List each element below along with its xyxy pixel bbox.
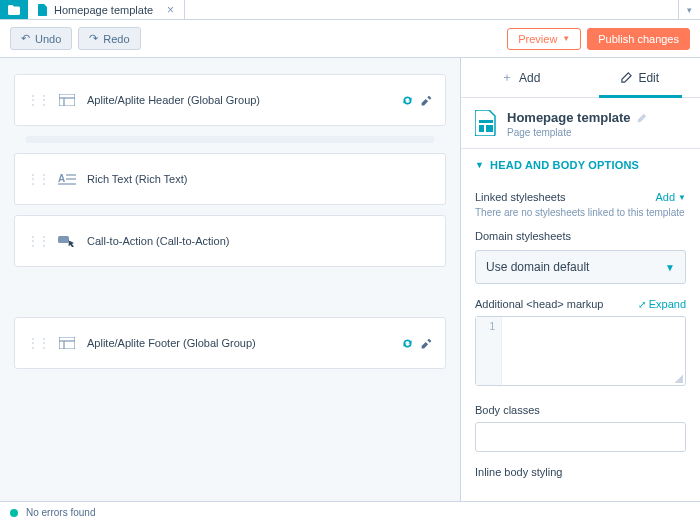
status-dot-icon bbox=[10, 509, 18, 517]
tab-overflow-dropdown[interactable]: ▾ bbox=[678, 0, 700, 19]
code-gutter: 1 bbox=[476, 317, 502, 385]
status-bar: No errors found bbox=[0, 501, 700, 523]
domain-stylesheet-select[interactable]: Use domain default ▼ bbox=[475, 250, 686, 284]
tools-icon[interactable] bbox=[420, 337, 433, 350]
svg-rect-7 bbox=[58, 236, 69, 243]
svg-text:A: A bbox=[58, 173, 65, 184]
additional-head-editor[interactable]: 1 bbox=[475, 316, 686, 386]
module-label: Aplite/Aplite Header (Global Group) bbox=[87, 94, 401, 106]
module-label: Rich Text (Rich Text) bbox=[87, 173, 433, 185]
drag-handle-icon[interactable]: ⋮⋮ bbox=[27, 93, 49, 107]
module-row[interactable]: ⋮⋮ Aplite/Aplite Footer (Global Group) bbox=[14, 317, 446, 369]
linked-stylesheets-help: There are no stylesheets linked to this … bbox=[475, 207, 686, 218]
close-icon[interactable]: × bbox=[167, 3, 174, 17]
body-classes-label: Body classes bbox=[475, 404, 540, 416]
template-file-icon bbox=[475, 110, 497, 136]
plus-icon: ＋ bbox=[501, 69, 513, 86]
svg-rect-12 bbox=[479, 125, 484, 132]
caret-down-icon: ▼ bbox=[678, 193, 686, 202]
file-icon bbox=[38, 4, 48, 16]
file-tab-label: Homepage template bbox=[54, 4, 153, 16]
drag-handle-icon[interactable]: ⋮⋮ bbox=[27, 172, 49, 186]
inspector-panel: ＋ Add Edit Homepage template bbox=[460, 58, 700, 501]
caret-down-icon: ▼ bbox=[562, 34, 570, 43]
undo-icon: ↶ bbox=[21, 32, 30, 45]
tab-add[interactable]: ＋ Add bbox=[461, 58, 581, 97]
sync-icon[interactable] bbox=[401, 94, 414, 107]
linked-stylesheets-label: Linked stylesheets bbox=[475, 191, 566, 203]
module-label: Aplite/Aplite Footer (Global Group) bbox=[87, 337, 401, 349]
drop-zone[interactable] bbox=[26, 136, 434, 143]
layout-icon bbox=[57, 335, 77, 351]
template-title: Homepage template bbox=[507, 110, 631, 125]
folder-tab[interactable] bbox=[0, 0, 28, 19]
add-stylesheet-action[interactable]: Add ▼ bbox=[656, 191, 687, 203]
expand-icon: ⤢ bbox=[638, 299, 646, 310]
publish-button[interactable]: Publish changes bbox=[587, 28, 690, 50]
undo-button[interactable]: ↶ Undo bbox=[10, 27, 72, 50]
additional-head-label: Additional <head> markup bbox=[475, 298, 603, 310]
richtext-icon: A bbox=[57, 171, 77, 187]
tools-icon[interactable] bbox=[420, 94, 433, 107]
redo-icon: ↷ bbox=[89, 32, 98, 45]
caret-down-icon: ▼ bbox=[665, 262, 675, 273]
drag-handle-icon[interactable]: ⋮⋮ bbox=[27, 234, 49, 248]
redo-button[interactable]: ↷ Redo bbox=[78, 27, 140, 50]
status-text: No errors found bbox=[26, 507, 95, 518]
template-subtitle: Page template bbox=[507, 127, 686, 138]
folder-icon bbox=[8, 5, 20, 15]
layout-icon bbox=[57, 92, 77, 108]
module-row[interactable]: ⋮⋮ A Rich Text (Rich Text) bbox=[14, 153, 446, 205]
preview-button[interactable]: Preview ▼ bbox=[507, 28, 581, 50]
domain-stylesheets-label: Domain stylesheets bbox=[475, 230, 571, 242]
expand-head-action[interactable]: ⤢ Expand bbox=[638, 298, 686, 310]
module-row[interactable]: ⋮⋮ Call-to-Action (Call-to-Action) bbox=[14, 215, 446, 267]
svg-rect-0 bbox=[59, 94, 75, 106]
inline-body-styling-label: Inline body styling bbox=[475, 466, 562, 478]
svg-rect-8 bbox=[59, 337, 75, 349]
body-classes-input[interactable] bbox=[475, 422, 686, 452]
svg-rect-13 bbox=[486, 125, 493, 132]
drag-handle-icon[interactable]: ⋮⋮ bbox=[27, 336, 49, 350]
cta-icon bbox=[57, 233, 77, 249]
canvas: ⋮⋮ Aplite/Aplite Header (Global Group) ⋮… bbox=[0, 58, 460, 501]
sync-icon[interactable] bbox=[401, 337, 414, 350]
tab-edit[interactable]: Edit bbox=[581, 58, 701, 97]
section-head-body[interactable]: ▼ HEAD AND BODY OPTIONS bbox=[461, 149, 700, 181]
chevron-down-icon: ▼ bbox=[475, 160, 484, 170]
pencil-icon bbox=[621, 72, 632, 83]
resize-handle[interactable] bbox=[675, 375, 683, 383]
module-label: Call-to-Action (Call-to-Action) bbox=[87, 235, 433, 247]
edit-title-icon[interactable] bbox=[637, 113, 647, 123]
module-row[interactable]: ⋮⋮ Aplite/Aplite Header (Global Group) bbox=[14, 74, 446, 126]
file-tab[interactable]: Homepage template × bbox=[28, 0, 185, 19]
svg-rect-11 bbox=[479, 120, 493, 123]
